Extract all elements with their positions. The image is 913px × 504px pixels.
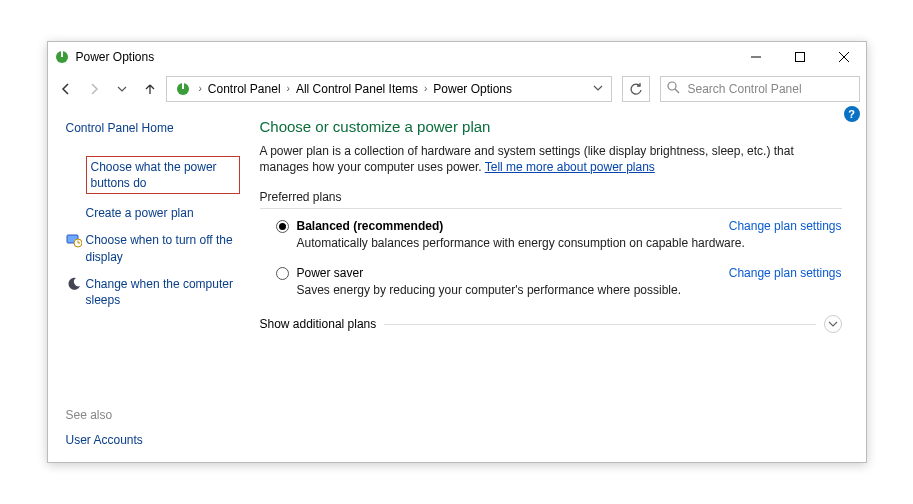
svg-point-8 <box>668 82 676 90</box>
sidebar-link[interactable]: Choose what the power buttons do <box>86 156 240 194</box>
plan-balanced: Balanced (recommended) Change plan setti… <box>276 219 842 250</box>
display-timer-icon <box>66 232 82 251</box>
breadcrumb-item[interactable]: Power Options <box>431 82 514 96</box>
recent-locations-button[interactable] <box>110 77 134 101</box>
tell-me-more-link[interactable]: Tell me more about power plans <box>485 160 655 174</box>
plan-name[interactable]: Power saver <box>297 266 364 280</box>
show-additional-label: Show additional plans <box>260 317 377 331</box>
window-title: Power Options <box>76 50 155 64</box>
refresh-button[interactable] <box>622 76 650 102</box>
chevron-right-icon: › <box>195 83 206 94</box>
breadcrumb-item[interactable]: Control Panel <box>206 82 283 96</box>
chevron-right-icon: › <box>420 83 431 94</box>
sidebar-link[interactable]: Change when the computer sleeps <box>86 276 240 308</box>
divider <box>384 324 815 325</box>
control-panel-home-link[interactable]: Control Panel Home <box>66 120 240 136</box>
maximize-button[interactable] <box>778 42 822 72</box>
page-description: A power plan is a collection of hardware… <box>260 143 842 177</box>
plan-description: Saves energy by reducing your computer's… <box>297 283 842 297</box>
sidebar-item-display-off[interactable]: Choose when to turn off the display <box>66 232 240 264</box>
sidebar-link[interactable]: Choose when to turn off the display <box>86 232 240 264</box>
plan-name[interactable]: Balanced (recommended) <box>297 219 444 233</box>
search-icon <box>667 81 680 97</box>
plan-power-saver: Power saver Change plan settings Saves e… <box>276 266 842 297</box>
change-plan-settings-link[interactable]: Change plan settings <box>729 266 842 280</box>
change-plan-settings-link[interactable]: Change plan settings <box>729 219 842 233</box>
chevron-down-icon[interactable] <box>589 82 607 96</box>
power-options-icon <box>175 81 191 97</box>
show-additional-plans-row[interactable]: Show additional plans <box>260 315 842 333</box>
main-panel: ? Choose or customize a power plan A pow… <box>248 106 866 463</box>
chevron-right-icon: › <box>283 83 294 94</box>
svg-rect-1 <box>61 51 63 57</box>
forward-button[interactable] <box>82 77 106 101</box>
divider <box>260 208 842 209</box>
plan-description: Automatically balances performance with … <box>297 236 842 250</box>
help-icon[interactable]: ? <box>844 106 860 122</box>
power-options-icon <box>54 49 70 65</box>
navigation-bar: › Control Panel › All Control Panel Item… <box>48 72 866 106</box>
back-button[interactable] <box>54 77 78 101</box>
minimize-button[interactable] <box>734 42 778 72</box>
content-area: Control Panel Home Choose what the power… <box>48 106 866 463</box>
svg-line-9 <box>675 89 679 93</box>
sidebar-item-sleep[interactable]: Change when the computer sleeps <box>66 276 240 308</box>
address-bar[interactable]: › Control Panel › All Control Panel Item… <box>166 76 612 102</box>
breadcrumb-item[interactable]: All Control Panel Items <box>294 82 420 96</box>
search-input[interactable]: Search Control Panel <box>660 76 860 102</box>
sidebar: Control Panel Home Choose what the power… <box>48 106 248 463</box>
see-also-user-accounts[interactable]: User Accounts <box>66 432 240 448</box>
svg-rect-3 <box>795 52 804 61</box>
close-button[interactable] <box>822 42 866 72</box>
svg-rect-7 <box>182 83 184 89</box>
page-title: Choose or customize a power plan <box>260 118 842 135</box>
sidebar-link[interactable]: Create a power plan <box>86 205 240 221</box>
titlebar: Power Options <box>48 42 866 72</box>
up-button[interactable] <box>138 77 162 101</box>
see-also-label: See also <box>66 408 240 422</box>
sidebar-item-power-buttons[interactable]: Choose what the power buttons do <box>66 156 240 194</box>
moon-icon <box>66 276 82 295</box>
plan-radio-power-saver[interactable] <box>276 267 289 280</box>
plan-radio-balanced[interactable] <box>276 220 289 233</box>
preferred-plans-label: Preferred plans <box>260 190 842 204</box>
sidebar-item-create-plan[interactable]: Create a power plan <box>66 205 240 221</box>
search-placeholder: Search Control Panel <box>688 82 802 96</box>
power-options-window: Power Options › Control P <box>47 41 867 464</box>
chevron-down-icon[interactable] <box>824 315 842 333</box>
